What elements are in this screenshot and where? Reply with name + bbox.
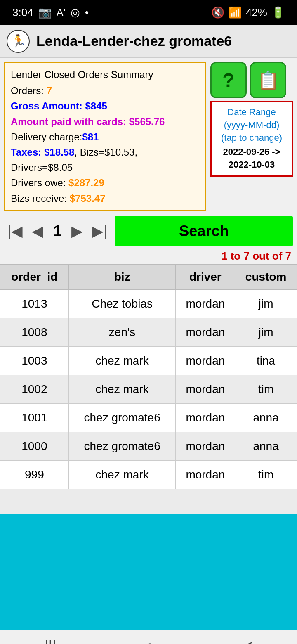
cell-customer: jim bbox=[235, 318, 297, 346]
app-title: Lenda-Lender-chez gromate6 bbox=[36, 33, 232, 49]
cell-driver: mordan bbox=[176, 289, 235, 318]
battery-display: 42% bbox=[246, 6, 267, 19]
empty-row bbox=[0, 489, 297, 514]
cell-driver: mordan bbox=[176, 460, 235, 489]
gross-value: $845 bbox=[85, 100, 107, 111]
delivery-value: $81 bbox=[82, 131, 99, 142]
taxes-value: $18.58 bbox=[44, 147, 74, 158]
dot-icon: • bbox=[85, 6, 89, 19]
date-range-panel[interactable]: Date Range (yyyy-MM-dd) (tap to change) … bbox=[210, 101, 293, 177]
cell-customer: anna bbox=[235, 432, 297, 460]
taxes-label: Taxes: bbox=[11, 147, 41, 158]
orders-label: Orders: bbox=[11, 85, 44, 96]
cell-order-id: 1000 bbox=[0, 432, 69, 460]
app-logo-icon: 🏃 bbox=[7, 30, 30, 53]
font-icon: A' bbox=[57, 6, 66, 19]
col-biz: biz bbox=[68, 264, 176, 289]
status-indicators: 🔇 📶 42% 🔋 bbox=[211, 6, 285, 19]
cell-biz: Chez tobias bbox=[68, 289, 176, 318]
mute-icon: 🔇 bbox=[211, 6, 224, 19]
app-header: 🏃 Lenda-Lender-chez gromate6 bbox=[0, 25, 297, 58]
cell-driver: mordan bbox=[176, 403, 235, 432]
date-range-value: 2022-09-26 -> 2022-10-03 bbox=[216, 146, 288, 171]
cell-driver: mordan bbox=[176, 375, 235, 403]
table-row[interactable]: 1008 zen's mordan jim bbox=[0, 318, 297, 346]
drivers-owe-row: Drivers owe: $287.29 bbox=[11, 175, 200, 190]
cell-order-id: 1003 bbox=[0, 346, 69, 375]
nav-bar: ||| ○ < bbox=[0, 630, 297, 644]
cell-customer: tim bbox=[235, 460, 297, 489]
table-row[interactable]: 1001 chez gromate6 mordan anna bbox=[0, 403, 297, 432]
menu-button[interactable]: ||| bbox=[32, 633, 68, 644]
cell-biz: chez mark bbox=[68, 346, 176, 375]
gross-label: Gross Amount: bbox=[11, 100, 82, 111]
cell-biz: zen's bbox=[68, 318, 176, 346]
last-page-button[interactable]: ▶| bbox=[89, 221, 111, 242]
results-count: 1 to 7 out of 7 bbox=[0, 249, 297, 264]
pdf-icon: 📋 bbox=[257, 70, 279, 90]
cell-order-id: 1001 bbox=[0, 403, 69, 432]
cell-order-id: 1008 bbox=[0, 318, 69, 346]
table-row[interactable]: 1013 Chez tobias mordan jim bbox=[0, 289, 297, 318]
first-page-button[interactable]: |◀ bbox=[4, 221, 26, 242]
summary-title: Lender Closed Orders Summary bbox=[11, 67, 200, 82]
cell-order-id: 999 bbox=[0, 460, 69, 489]
table-row[interactable]: 1000 chez gromate6 mordan anna bbox=[0, 432, 297, 460]
table-row[interactable]: 1003 chez mark mordan tina bbox=[0, 346, 297, 375]
col-customer: custom bbox=[235, 264, 297, 289]
orders-row: Orders: 7 bbox=[11, 83, 200, 98]
icon-buttons: ? 📋 bbox=[210, 62, 293, 98]
delivery-row: Delivery charge:$81 bbox=[11, 129, 200, 144]
target-icon: ◎ bbox=[71, 6, 80, 19]
gross-row: Gross Amount: $845 bbox=[11, 98, 200, 114]
table-header: order_id biz driver custom bbox=[0, 264, 297, 289]
cell-customer: tim bbox=[235, 375, 297, 403]
home-button[interactable]: ○ bbox=[133, 633, 167, 644]
back-button[interactable]: < bbox=[231, 633, 265, 644]
time-display: 3:04 bbox=[12, 6, 33, 19]
help-icon: ? bbox=[222, 69, 234, 92]
help-button[interactable]: ? bbox=[210, 62, 247, 98]
cell-customer: tina bbox=[235, 346, 297, 375]
col-driver: driver bbox=[176, 264, 235, 289]
table-row[interactable]: 999 chez mark mordan tim bbox=[0, 460, 297, 489]
pagination-controls: |◀ ◀ 1 ▶ ▶| bbox=[4, 221, 111, 242]
pagination-row: |◀ ◀ 1 ▶ ▶| Search bbox=[0, 213, 297, 249]
table-row[interactable]: 1002 chez mark mordan tim bbox=[0, 375, 297, 403]
table-body: 1013 Chez tobias mordan jim 1008 zen's m… bbox=[0, 289, 297, 514]
card-row: Amount paid with cards: $565.76 bbox=[11, 114, 200, 129]
status-bar: 3:04 📷 A' ◎ • 🔇 📶 42% 🔋 bbox=[0, 0, 297, 25]
summary-panel: Lender Closed Orders Summary Orders: 7 G… bbox=[4, 62, 206, 211]
cell-biz: chez gromate6 bbox=[68, 432, 176, 460]
drivers-owe-value: $287.29 bbox=[68, 177, 104, 188]
top-panels: Lender Closed Orders Summary Orders: 7 G… bbox=[0, 58, 297, 213]
page-number: 1 bbox=[49, 223, 66, 240]
right-panels: ? 📋 Date Range (yyyy-MM-dd) (tap to chan… bbox=[210, 62, 293, 211]
card-value: $565.76 bbox=[129, 116, 165, 127]
prev-page-button[interactable]: ◀ bbox=[28, 221, 47, 242]
delivery-label: Delivery charge: bbox=[11, 131, 82, 142]
drivers-owe-label: Drivers owe: bbox=[11, 177, 66, 188]
status-time: 3:04 📷 A' ◎ • bbox=[12, 6, 89, 19]
cell-driver: mordan bbox=[176, 432, 235, 460]
cell-order-id: 1002 bbox=[0, 375, 69, 403]
bizs-receive-value: $753.47 bbox=[70, 193, 106, 204]
pdf-button[interactable]: 📋 bbox=[250, 62, 286, 98]
taxes-row: Taxes: $18.58, Bizs=$10.53, Drivers=$8.0… bbox=[11, 144, 200, 175]
logo-runner-icon: 🏃 bbox=[11, 34, 26, 48]
camera-icon: 📷 bbox=[38, 6, 52, 19]
col-order-id: order_id bbox=[0, 264, 69, 289]
orders-value: 7 bbox=[47, 85, 52, 96]
cyan-bottom-bar bbox=[0, 514, 297, 630]
cell-driver: mordan bbox=[176, 318, 235, 346]
header-row: order_id biz driver custom bbox=[0, 264, 297, 289]
next-page-button[interactable]: ▶ bbox=[68, 221, 86, 242]
search-button[interactable]: Search bbox=[115, 216, 293, 246]
orders-table-container: order_id biz driver custom 1013 Chez tob… bbox=[0, 264, 297, 514]
cell-biz: chez gromate6 bbox=[68, 403, 176, 432]
cell-biz: chez mark bbox=[68, 375, 176, 403]
cell-order-id: 1013 bbox=[0, 289, 69, 318]
cell-customer: jim bbox=[235, 289, 297, 318]
bizs-receive-label: Bizs receive: bbox=[11, 193, 67, 204]
date-range-label: Date Range (yyyy-MM-dd) (tap to change) bbox=[216, 106, 288, 144]
